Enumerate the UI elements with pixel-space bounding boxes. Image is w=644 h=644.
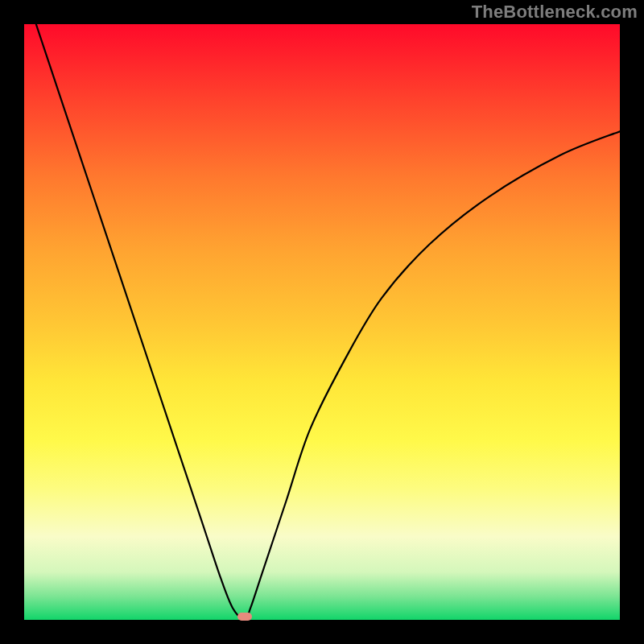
watermark-text: TheBottleneck.com xyxy=(472,2,638,23)
optimal-marker xyxy=(237,613,252,621)
chart-frame: TheBottleneck.com xyxy=(0,0,644,644)
bottleneck-curve xyxy=(24,24,620,620)
curve-path xyxy=(36,24,620,620)
plot-area xyxy=(24,24,620,620)
